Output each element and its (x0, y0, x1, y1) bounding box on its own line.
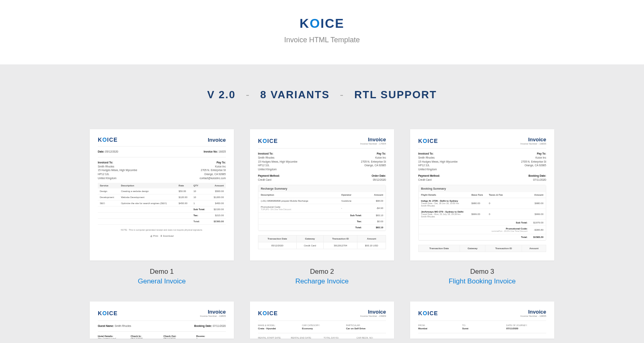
download-button[interactable]: ⬇ Download (160, 235, 173, 237)
version-line: V 2.0 - 8 VARIANTS - RTL SUPPORT (0, 89, 644, 101)
demo1-link[interactable]: General Invoice (90, 277, 234, 285)
demo2-link[interactable]: Recharge Invoice (250, 277, 394, 285)
print-button[interactable]: 🖨 Print (150, 235, 158, 237)
demo3-preview[interactable]: KOICE Invoice Invoice Number - 16835 Inv… (410, 129, 554, 260)
demo2-title: Demo 2 (250, 268, 394, 276)
demo1-preview[interactable]: KOICE Invoice Date: 05/12/2020 Invoice N… (90, 129, 234, 260)
demo2-preview[interactable]: KOICE Invoice Invoice Number - 17004 Inv… (250, 129, 394, 260)
demo3-title: Demo 3 (410, 268, 554, 276)
subtitle: Invoice HTML Template (0, 36, 644, 44)
demo3-link[interactable]: Flight Booking Invoice (410, 277, 554, 285)
demo4-preview[interactable]: KOICE InvoiceInvoice Number - 16835 Gues… (90, 302, 234, 339)
main-logo: KOICE (0, 16, 644, 31)
demo1-title: Demo 1 (90, 268, 234, 276)
demo5-preview[interactable]: KOICE InvoiceInvoice Number - 24683 MAKE… (250, 302, 394, 339)
demo6-preview[interactable]: KOICE InvoiceInvoice Number - 16835 FROM… (410, 302, 554, 339)
